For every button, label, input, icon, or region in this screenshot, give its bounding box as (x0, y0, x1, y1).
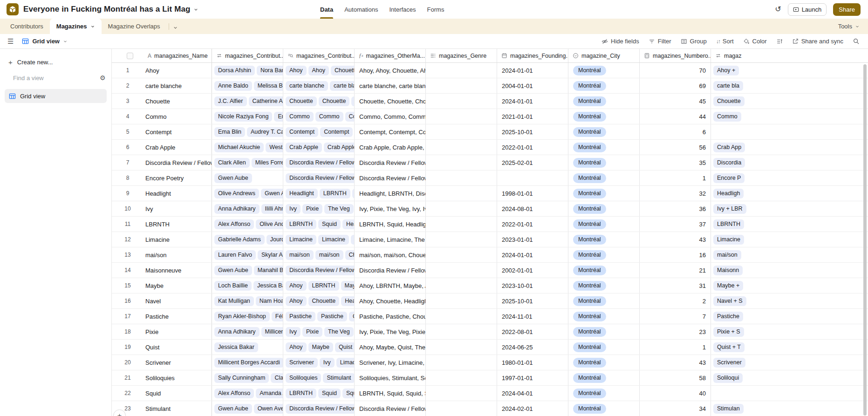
cell-number-of[interactable]: 69 (640, 78, 711, 93)
cell-other-magazines[interactable]: Ivy, Pixie, The Veg, Ivy, Ivy, I... (355, 201, 426, 216)
cell-genre[interactable] (426, 94, 497, 109)
base-title[interactable]: Everyone in Fucking Montréal has a Lit M… (23, 5, 190, 14)
overlap-chip[interactable]: Soliloqui (713, 373, 743, 383)
contributor-chip[interactable]: J.C. Alfier (214, 96, 247, 106)
row-number[interactable]: 5 (126, 129, 130, 135)
magazine-chip[interactable]: Crab Apple (286, 143, 322, 152)
cell-contributor-magazines[interactable]: LBRNTHSquidSquidS (283, 386, 355, 401)
cell-founding-date[interactable]: 2024-01-01 (497, 94, 568, 109)
magazine-chip[interactable]: Ahoy (308, 66, 329, 75)
row-select-cell[interactable]: 1 (112, 63, 144, 78)
magazine-chip[interactable]: The Veg (324, 327, 354, 337)
cell-founding-date[interactable]: 2025-10-01 (497, 293, 568, 308)
cell-name[interactable]: Contempt (144, 124, 212, 139)
cell-city[interactable]: Montréal (568, 217, 640, 232)
magazine-chip[interactable]: Maybe (308, 342, 334, 352)
contributor-chip[interactable]: Catherine Austen (249, 96, 284, 106)
cell-name[interactable]: Pixie (144, 324, 212, 339)
contributor-chip[interactable]: Félixe F (272, 312, 283, 321)
cell-overlap[interactable]: Ivy + LBR (711, 201, 868, 216)
contributor-chip[interactable]: Ema Blin (214, 127, 245, 137)
cell-name[interactable]: Crab Apple (144, 140, 212, 155)
cell-overlap[interactable]: Maybe + (711, 278, 868, 293)
cell-contributors[interactable]: Alex AffonsoOlive Andrews (212, 217, 283, 232)
row-number[interactable]: 18 (124, 328, 130, 335)
cell-genre[interactable] (426, 247, 497, 262)
magazine-chip[interactable]: LBRNTH (320, 189, 350, 198)
contributor-chip[interactable]: Emily Ja (274, 112, 283, 122)
cell-contributors[interactable]: Gabrielle AdamsJourden Fe (212, 232, 283, 247)
contributor-chip[interactable]: Alex Affonso (214, 389, 254, 398)
cell-founding-date[interactable]: 2024-04-01 (497, 386, 568, 401)
row-select-cell[interactable]: 18 (112, 324, 144, 339)
cell-other-magazines[interactable]: Chouette, Chouette, Choue... (355, 94, 426, 109)
cell-name[interactable]: Quist (144, 340, 212, 355)
contributor-chip[interactable]: Gabrielle Adams (214, 235, 265, 245)
cell-number-of[interactable]: 70 (640, 63, 711, 78)
city-pill[interactable]: Montréal (573, 219, 606, 229)
magazine-chip[interactable]: Chouett (349, 312, 355, 321)
contributor-chip[interactable]: Anne Baldo (214, 81, 252, 91)
magazine-chip[interactable]: carte blanche (286, 81, 328, 91)
magazine-chip[interactable]: Stimulant (323, 373, 355, 383)
city-pill[interactable]: Montréal (573, 235, 606, 245)
cell-contributor-magazines[interactable]: ScrivenerIvyLimacineS (283, 355, 355, 370)
cell-name[interactable]: carte blanche (144, 78, 212, 93)
row-number[interactable]: 22 (124, 390, 130, 396)
tab-contributors[interactable]: Contributors (4, 19, 50, 34)
contributor-chip[interactable]: Gwen Aube (261, 189, 283, 198)
cell-overlap[interactable]: Stimulan (711, 401, 868, 416)
row-select-cell[interactable]: 2 (112, 78, 144, 93)
row-number[interactable]: 16 (124, 298, 130, 304)
cell-genre[interactable] (426, 324, 497, 339)
cell-overlap[interactable]: Soliloqui (711, 370, 868, 385)
row-select-cell[interactable]: 3 (112, 94, 144, 109)
cell-contributor-magazines[interactable]: AhoyAhoyChouetteA (283, 63, 355, 78)
row-number[interactable]: 11 (125, 221, 130, 227)
contributor-chip[interactable]: Gwen Aube (214, 173, 252, 183)
cell-name[interactable]: Limacine (144, 232, 212, 247)
city-pill[interactable]: Montréal (573, 296, 606, 306)
magazine-chip[interactable]: Discordia Review / Fellow Tra (286, 404, 355, 414)
row-select-cell[interactable]: 6 (112, 140, 144, 155)
cell-number-of[interactable]: 6 (640, 124, 711, 139)
magazine-chip[interactable]: Limacine (336, 358, 355, 368)
cell-overlap[interactable]: Crab App (711, 140, 868, 155)
city-pill[interactable]: Montréal (573, 143, 606, 152)
magazine-chip[interactable]: Squid (342, 389, 355, 398)
magazine-chip[interactable]: Discordia Review / Fellow Tra (286, 266, 355, 275)
cell-contributors[interactable]: Gwen AubeOwen Avery (212, 401, 283, 416)
create-new-view-button[interactable]: + Create new... (5, 55, 107, 68)
cell-genre[interactable] (426, 63, 497, 78)
row-number[interactable]: 20 (124, 359, 130, 366)
row-number[interactable]: 19 (124, 344, 130, 350)
row-number[interactable]: 17 (124, 313, 130, 320)
cell-genre[interactable] (426, 78, 497, 93)
magazine-chip[interactable]: Maybe (341, 281, 355, 291)
cell-other-magazines[interactable]: mai/son, mai/son, Chouett... (355, 247, 426, 262)
cell-founding-date[interactable] (497, 170, 568, 185)
magazine-chip[interactable]: Discordia Review / Fellow Tra (286, 173, 355, 183)
row-height-button[interactable] (776, 38, 783, 45)
cell-city[interactable]: Montréal (568, 109, 640, 124)
magazine-chip[interactable]: Ahoy (286, 281, 307, 291)
cell-genre[interactable] (426, 401, 497, 416)
contributor-chip[interactable]: Millicent Ho (261, 327, 283, 337)
cell-name[interactable]: Discordia Review / Fellow T... (144, 155, 212, 170)
contributor-chip[interactable]: Anna Adhikary (214, 204, 260, 214)
cell-other-magazines[interactable]: Ahoy, Chouette, Headlight,... (355, 293, 426, 308)
column-header-genre[interactable]: magazines_Genre (426, 49, 497, 62)
cell-genre[interactable] (426, 293, 497, 308)
cell-city[interactable]: Montréal (568, 124, 640, 139)
magazine-chip[interactable]: Ivy (286, 327, 301, 337)
magazine-chip[interactable]: Scrivener (286, 358, 318, 368)
row-number[interactable]: 14 (124, 267, 130, 273)
cell-genre[interactable] (426, 155, 497, 170)
contributor-chip[interactable]: Dorsa Afshin (214, 66, 255, 75)
row-number[interactable]: 9 (126, 190, 130, 197)
contributor-chip[interactable]: Nicole Raziya Fong (214, 112, 272, 122)
row-select-cell[interactable]: 5 (112, 124, 144, 139)
row-number[interactable]: 8 (126, 175, 130, 181)
cell-other-magazines[interactable]: Pastiche, Pastiche, Chouett... (355, 309, 426, 324)
cell-genre[interactable] (426, 232, 497, 247)
